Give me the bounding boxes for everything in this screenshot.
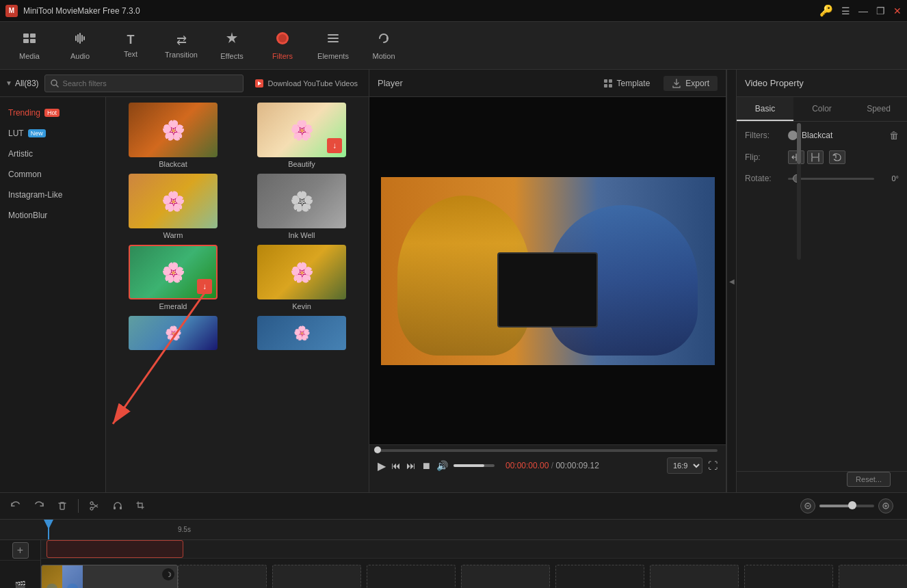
empty-slot-2[interactable] [555,565,644,588]
filter-emerald[interactable]: 🌸 ↓ Emerald [111,245,235,310]
zoom-handle[interactable] [848,501,856,509]
search-input[interactable] [63,79,237,88]
menu-btn[interactable]: ☰ [841,5,850,16]
filters-body: Trending Hot LUT New Artistic Common Ins… [0,97,369,492]
motion-label: Motion [372,52,395,60]
fullscreen-btn[interactable]: ⛶ [708,460,718,471]
filter-extra1[interactable]: 🌸 [111,316,235,350]
transition-slot-5[interactable]: ⇄ [839,565,907,588]
undo-icon [10,500,21,511]
aspect-ratio-select[interactable]: 16:9 9:16 1:1 4:3 [667,457,702,474]
filters-label: Filters [272,52,293,60]
export-btn[interactable]: Export [663,76,718,91]
close-btn[interactable]: ✕ [893,5,902,16]
flip-reset-btn[interactable] [829,150,845,164]
tab-speed[interactable]: Speed [850,97,907,121]
toolbar-effects[interactable]: Effects [208,25,256,66]
property-header: Video Property [737,70,907,97]
empty-slot-3[interactable] [744,565,833,588]
stop-btn[interactable]: ⏹ [421,460,431,471]
restore-btn[interactable]: ❐ [876,5,885,16]
yt-download-label: Download YouTube Videos [268,79,358,88]
toolbar-media[interactable]: Media [5,25,53,66]
zoom-fill [819,505,852,507]
empty-slot-1[interactable] [367,565,456,588]
undo-btn[interactable] [5,496,26,516]
transition-slot-3[interactable]: ⇄ [461,565,550,588]
tab-color[interactable]: Color [793,97,850,121]
filter-warm[interactable]: 🌸 Warm [111,174,235,239]
filter-inkwell[interactable]: 🌸 Ink Well [240,174,363,239]
beautify-download-btn[interactable]: ↓ [327,138,342,153]
transition-slot-2[interactable]: ⇄ [272,565,361,588]
zoom-out-btn[interactable] [800,498,815,513]
clip-right-half: 👤 [62,565,83,588]
media-label: Media [19,52,40,60]
toolbar-transition[interactable]: ⇄ Transition [157,25,205,66]
transition-slot-1[interactable]: ↓ [178,565,267,588]
trending-label: Trending [8,108,40,118]
flip-vertical-btn[interactable] [807,150,824,164]
category-artistic[interactable]: Artistic [0,144,105,164]
toolbar-elements[interactable]: Elements [309,25,357,66]
filter-delete-btn[interactable]: 🗑 [889,130,899,141]
category-common[interactable]: Common [0,164,105,185]
category-trending[interactable]: Trending Hot [0,103,105,123]
svg-rect-2 [23,39,29,43]
flip-horizontal-btn[interactable] [788,150,804,164]
collapse-handle[interactable]: ◀ [726,70,736,492]
key-icon[interactable]: 🔑 [819,4,833,17]
progress-handle[interactable] [374,446,381,453]
tab-basic[interactable]: Basic [737,97,793,121]
filter-beautify[interactable]: 🌸 ↓ Beautify [240,103,363,168]
play-btn[interactable]: ▶ [378,459,386,472]
controls-row: ▶ ⏮ ⏭ ⏹ 🔊 00:00:00.00 / 00:00:09.12 16:9… [378,457,718,474]
app-title: MiniTool MovieMaker Free 7.3.0 [23,6,140,16]
prev-frame-btn[interactable]: ⏮ [391,460,401,471]
filter-indicator: ☽ [162,568,174,580]
svg-point-6 [278,34,287,42]
zoom-slider[interactable] [819,505,874,507]
detach-audio-btn[interactable] [107,496,128,516]
split-btn[interactable] [84,496,105,516]
svg-rect-0 [23,34,29,38]
flip-prop-row: Flip: [745,150,899,164]
filter-blackcat[interactable]: 🌸 Blackcat [111,103,235,168]
category-lut[interactable]: LUT New [0,123,105,144]
filter-extra2[interactable]: 🌸 [240,316,363,350]
filter-kevin[interactable]: 🌸 Kevin [240,245,363,310]
svg-point-19 [90,507,93,510]
toolbar-filters[interactable]: Filters [259,25,306,66]
svg-rect-16 [604,84,607,88]
clip-inner: 👤 👤 ☽ [42,565,177,588]
minimize-btn[interactable]: — [858,5,868,16]
crop-btn[interactable] [131,496,151,516]
media-icon [22,31,37,49]
progress-bar[interactable] [378,449,718,452]
youtube-download-btn[interactable]: Download YouTube Videos [249,79,364,88]
next-frame-btn[interactable]: ⏭ [406,460,416,471]
redo-btn[interactable] [29,496,49,516]
extra2-thumb: 🌸 [257,316,346,350]
toolbar-text[interactable]: T Text [107,25,155,66]
toolbar-audio[interactable]: Audio [56,25,104,66]
search-box[interactable] [44,75,244,92]
category-motionblur[interactable]: MotionBlur [0,205,105,226]
volume-slider[interactable] [454,464,495,467]
audio-label: Audio [70,52,90,60]
playhead-arrow [44,520,53,529]
headphone-icon [112,500,123,511]
zoom-in-btn[interactable] [878,498,893,513]
template-btn[interactable]: Template [595,76,659,91]
delete-clip-btn[interactable] [52,496,73,516]
video-clip-main[interactable]: 👤 👤 ☽ [41,565,178,588]
toolbar-motion[interactable]: Motion [360,25,408,66]
category-instagram[interactable]: Instagram-Like [0,185,105,205]
motion-icon [376,31,391,49]
add-track-btn[interactable]: + [12,542,29,559]
volume-btn[interactable]: 🔊 [436,460,448,471]
emerald-download-btn[interactable]: ↓ [197,279,212,294]
reset-btn[interactable]: Reset... [847,472,891,487]
all-filters-toggle[interactable]: ▼ All(83) [5,79,39,88]
transition-slot-4[interactable]: ⇄ [650,565,739,588]
